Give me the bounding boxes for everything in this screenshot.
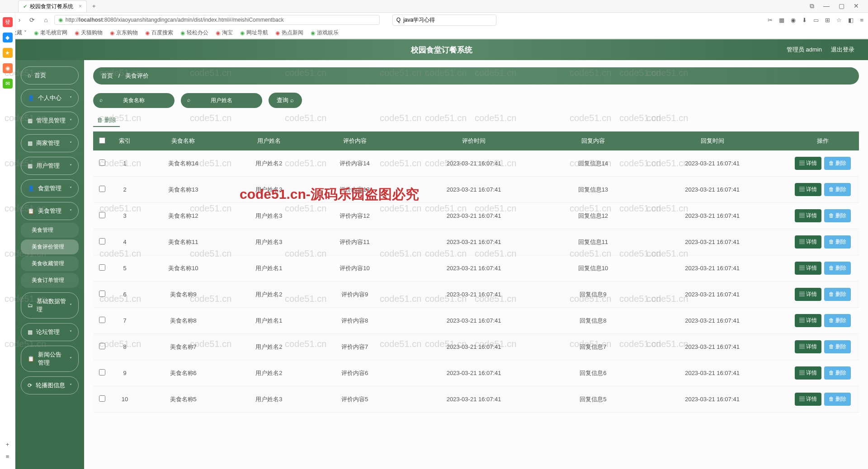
submenu-item[interactable]: 美食评价管理 [21,239,79,254]
row-checkbox[interactable] [99,159,105,166]
address-bar: ‹ › ⟳ ⌂ ◉ http://localhost:8080/xiaoyuan… [0,13,868,27]
sidebar-item[interactable]: 👤个人中心˅ [21,89,79,107]
submenu-item[interactable]: 美食收藏管理 [21,256,79,271]
row-checkbox[interactable] [99,369,105,375]
delete-button[interactable]: 🗑 删除 [824,366,851,380]
sidebar-item[interactable]: ▦商家管理˅ [21,134,79,152]
delete-button[interactable]: 🗑 删除 [824,235,851,249]
globe-icon: ◉ [311,30,315,36]
scissors-icon[interactable]: ✂ [768,17,773,23]
bookmark-item[interactable]: ◉百度搜索 [145,29,173,37]
close-icon[interactable]: × [79,3,82,9]
row-checkbox[interactable] [99,238,105,244]
new-tab-button[interactable]: + [89,1,99,11]
detail-button[interactable]: ▤ 详情 [795,340,821,353]
sidebar-home[interactable]: ⌂ 首页 [21,66,79,84]
row-checkbox[interactable] [99,343,105,349]
sidebar-item[interactable]: ▦用户管理˅ [21,157,79,175]
maximize-icon[interactable]: ▢ [839,2,844,10]
sidebar-item[interactable]: 📋新闻公告管理˅ [21,346,79,372]
bookmark-item[interactable]: ◉热点新闻 [275,29,303,37]
detail-button[interactable]: ▤ 详情 [795,288,821,301]
batch-delete-button[interactable]: 🗑 删除 [93,114,120,127]
browser-tab[interactable]: ✔ 校园食堂订餐系统 × [18,0,87,12]
delete-button[interactable]: 🗑 删除 [824,157,851,170]
menu-icon: 👤 [28,185,34,192]
detail-button[interactable]: ▤ 详情 [795,157,821,170]
sidebar-label: 轮播图信息 [36,381,65,389]
row-checkbox[interactable] [99,186,105,192]
bookmark-item[interactable]: ◉网址导航 [240,29,268,37]
home-icon[interactable]: ⌂ [41,14,50,25]
delete-button[interactable]: 🗑 删除 [824,209,851,222]
row-checkbox[interactable] [99,291,105,297]
list-icon[interactable]: ≡ [6,453,9,460]
pip-icon[interactable]: ▭ [813,17,819,23]
select-all-checkbox[interactable] [99,137,105,144]
minimize-icon[interactable]: — [823,2,830,10]
bookmark-item[interactable]: ◉轻松办公 [180,29,208,37]
bookmark-item[interactable]: ◉淘宝 [216,29,233,37]
reload-icon[interactable]: ⟳ [27,14,38,25]
detail-button[interactable]: ▤ 详情 [795,262,821,275]
grid-icon[interactable]: ⊞ [825,17,830,23]
bookmark-item[interactable]: ◉游戏娱乐 [311,29,339,37]
add-icon[interactable]: + [6,441,9,448]
sidebar-label: 论坛管理 [36,328,60,336]
cell-action: ▤ 详情🗑 删除 [787,255,859,281]
sidebar-item[interactable]: ▦论坛管理˅ [21,323,79,341]
bookmark-item[interactable]: ◉老毛桃官网 [34,29,67,37]
chevron-down-icon: ˅ [70,330,72,335]
star-icon[interactable]: ☆ [836,17,842,23]
row-checkbox[interactable] [99,212,105,218]
detail-button[interactable]: ▤ 详情 [795,366,821,380]
delete-button[interactable]: 🗑 删除 [824,314,851,327]
food-name-input[interactable]: 美食名称 [93,93,175,108]
row-checkbox[interactable] [99,317,105,323]
detail-button[interactable]: ▤ 详情 [795,235,821,249]
sidebar-item[interactable]: ⟳轮播图信息˅ [21,376,79,394]
breadcrumb-home[interactable]: 首页 [101,72,113,79]
logout-button[interactable]: 退出登录 [831,46,854,54]
sidebar-item[interactable]: ▦管理员管理˅ [21,112,79,130]
skin-icon[interactable]: ◧ [848,17,854,23]
row-checkbox[interactable] [99,264,105,271]
launcher-icon[interactable]: ✉ [3,79,13,89]
delete-button[interactable]: 🗑 删除 [824,340,851,353]
sidebar-item[interactable]: 🗂基础数据管理˅ [21,292,79,319]
delete-button[interactable]: 🗑 删除 [824,288,851,301]
bookmark-item[interactable]: ◉京东购物 [110,29,138,37]
delete-button[interactable]: 🗑 删除 [824,183,851,196]
row-checkbox[interactable] [99,395,105,402]
search-row: 美食名称 用户姓名 查询 ⌕ [93,93,859,108]
delete-button[interactable]: 🗑 删除 [824,262,851,275]
app-menu-icon[interactable]: ⧉ [810,2,814,10]
launcher-icon[interactable]: ◉ [3,63,13,73]
app-title: 校园食堂订餐系统 [411,45,472,55]
sidebar-item[interactable]: 👤食堂管理˅ [21,179,79,197]
detail-button[interactable]: ▤ 详情 [795,183,821,196]
translate-icon[interactable]: ▦ [779,17,784,23]
detail-button[interactable]: ▤ 详情 [795,393,821,406]
cell-reply: 回复信息8 [548,308,638,334]
detail-button[interactable]: ▤ 详情 [795,209,821,222]
close-window-icon[interactable]: ✕ [854,2,859,10]
browser-search-input[interactable]: Q java学习心得 [392,14,496,26]
menu-icon[interactable]: ≡ [860,17,863,23]
user-name-input[interactable]: 用户姓名 [181,93,262,108]
download-icon[interactable]: ⬇ [802,17,807,23]
submenu-item[interactable]: 美食管理 [21,223,79,238]
url-input[interactable]: ◉ http://localhost:8080/xiaoyuanshitangd… [54,15,380,25]
detail-button[interactable]: ▤ 详情 [795,314,821,327]
sidebar-item[interactable]: 📋美食管理˅ [21,202,79,220]
query-button[interactable]: 查询 ⌕ [269,93,302,108]
launcher-icon[interactable]: ★ [3,48,13,58]
forward-icon[interactable]: › [16,14,24,25]
launcher-icon[interactable]: 登 [3,17,13,27]
delete-button[interactable]: 🗑 删除 [824,393,851,406]
shield-icon: ◉ [58,17,63,23]
launcher-icon[interactable]: ◆ [3,33,13,42]
submenu-item[interactable]: 美食订单管理 [21,273,79,288]
wallet-icon[interactable]: ◉ [791,17,796,23]
bookmark-item[interactable]: ◉天猫购物 [75,29,103,37]
